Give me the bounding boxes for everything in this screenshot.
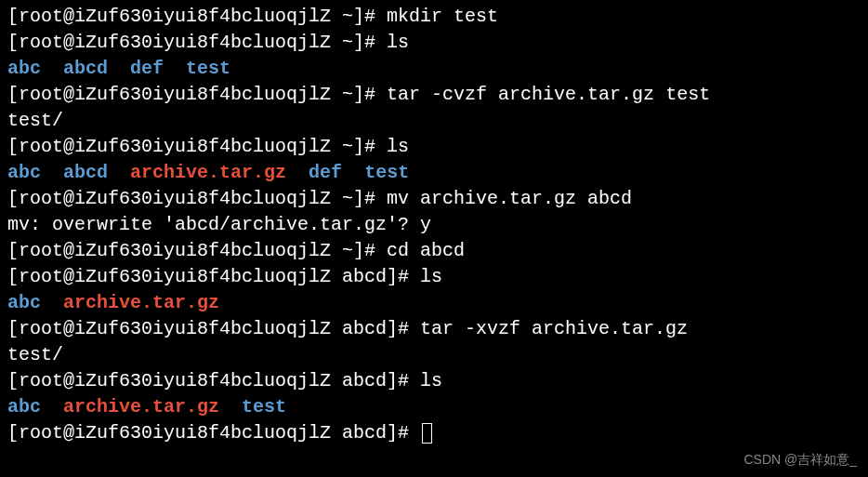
terminal-line: abc archive.tar.gz test xyxy=(7,394,861,420)
prompt: [root@iZuf630iyui8f4bcluoqjlZ ~]# xyxy=(7,188,387,209)
prompt: [root@iZuf630iyui8f4bcluoqjlZ ~]# xyxy=(7,32,387,53)
terminal-line: [root@iZuf630iyui8f4bcluoqjlZ ~]# cd abc… xyxy=(7,238,861,264)
prompt: [root@iZuf630iyui8f4bcluoqjlZ ~]# xyxy=(7,6,387,27)
ls-entry: test xyxy=(364,162,409,183)
prompt: [root@iZuf630iyui8f4bcluoqjlZ ~]# xyxy=(7,136,387,157)
prompt: [root@iZuf630iyui8f4bcluoqjlZ abcd]# xyxy=(7,318,420,339)
terminal-line: [root@iZuf630iyui8f4bcluoqjlZ ~]# mv arc… xyxy=(7,186,861,212)
terminal-output[interactable]: [root@iZuf630iyui8f4bcluoqjlZ ~]# mkdir … xyxy=(7,4,861,446)
command-text: ls xyxy=(387,136,409,157)
terminal-line: [root@iZuf630iyui8f4bcluoqjlZ ~]# tar -c… xyxy=(7,82,861,108)
command-text: mv archive.tar.gz abcd xyxy=(387,188,632,209)
command-text: ls xyxy=(387,32,409,53)
ls-entry: abc xyxy=(7,162,41,183)
command-text: cd abcd xyxy=(387,240,465,261)
ls-entry: def xyxy=(130,58,164,79)
terminal-line: abc abcd def test xyxy=(7,56,861,82)
terminal-line: [root@iZuf630iyui8f4bcluoqjlZ ~]# ls xyxy=(7,134,861,160)
watermark: CSDN @吉祥如意_ xyxy=(743,451,857,470)
ls-entry: archive.tar.gz xyxy=(130,162,286,183)
ls-entry: abc xyxy=(7,58,41,79)
output-text: test/ xyxy=(7,110,63,131)
command-text: tar -cvzf archive.tar.gz test xyxy=(387,84,710,105)
cursor xyxy=(422,423,432,444)
output-text: test/ xyxy=(7,344,63,365)
prompt: [root@iZuf630iyui8f4bcluoqjlZ ~]# xyxy=(7,240,387,261)
terminal-line: abc abcd archive.tar.gz def test xyxy=(7,160,861,186)
command-text: ls xyxy=(420,266,442,287)
prompt: [root@iZuf630iyui8f4bcluoqjlZ abcd]# xyxy=(7,266,420,287)
ls-entry: def xyxy=(309,162,342,183)
ls-entry: abcd xyxy=(63,162,108,183)
ls-entry: test xyxy=(186,58,230,79)
terminal-line: abc archive.tar.gz xyxy=(7,290,861,316)
terminal-line: [root@iZuf630iyui8f4bcluoqjlZ abcd]# ls xyxy=(7,264,861,290)
terminal-line: [root@iZuf630iyui8f4bcluoqjlZ abcd]# xyxy=(7,420,861,446)
command-text: ls xyxy=(420,370,442,391)
prompt: [root@iZuf630iyui8f4bcluoqjlZ ~]# xyxy=(7,84,387,105)
prompt: [root@iZuf630iyui8f4bcluoqjlZ abcd]# xyxy=(7,370,420,391)
ls-entry: abcd xyxy=(63,58,108,79)
ls-entry: archive.tar.gz xyxy=(63,396,219,417)
prompt: [root@iZuf630iyui8f4bcluoqjlZ abcd]# xyxy=(7,422,420,444)
terminal-line: mv: overwrite 'abcd/archive.tar.gz'? y xyxy=(7,212,861,238)
ls-entry: abc xyxy=(7,292,41,313)
terminal-line: test/ xyxy=(7,108,861,134)
terminal-line: [root@iZuf630iyui8f4bcluoqjlZ abcd]# tar… xyxy=(7,316,861,342)
ls-entry: test xyxy=(242,396,286,417)
output-text: mv: overwrite 'abcd/archive.tar.gz'? y xyxy=(7,214,431,235)
terminal-line: [root@iZuf630iyui8f4bcluoqjlZ ~]# ls xyxy=(7,30,861,56)
terminal-line: [root@iZuf630iyui8f4bcluoqjlZ abcd]# ls xyxy=(7,368,861,394)
command-text: mkdir test xyxy=(387,6,498,27)
ls-entry: abc xyxy=(7,396,41,417)
terminal-line: test/ xyxy=(7,342,861,368)
terminal-line: [root@iZuf630iyui8f4bcluoqjlZ ~]# mkdir … xyxy=(7,4,861,30)
command-text: tar -xvzf archive.tar.gz xyxy=(420,318,688,339)
ls-entry: archive.tar.gz xyxy=(63,292,219,313)
